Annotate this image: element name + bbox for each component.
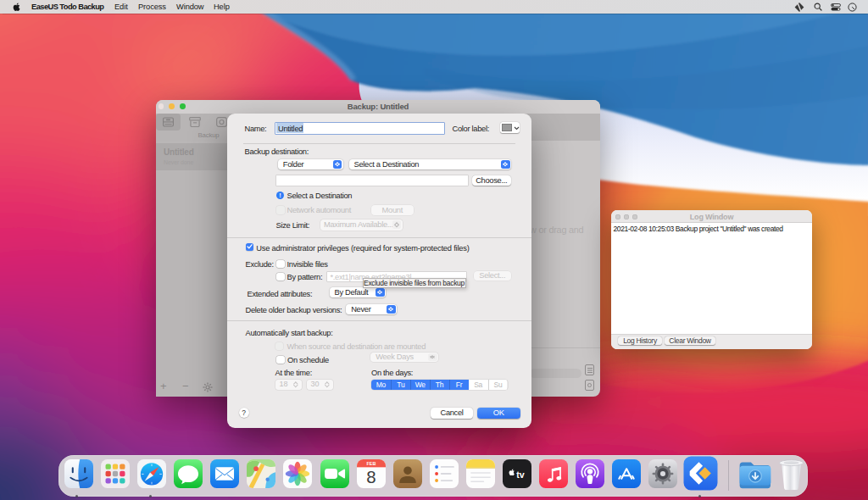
svg-text:8: 8 bbox=[366, 468, 376, 486]
svg-text:tv: tv bbox=[516, 469, 525, 479]
svg-text:FEB: FEB bbox=[366, 460, 376, 465]
